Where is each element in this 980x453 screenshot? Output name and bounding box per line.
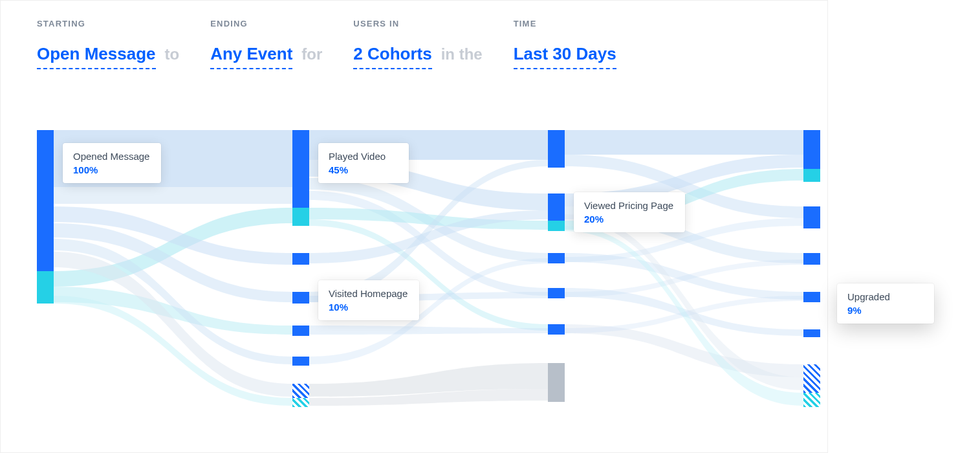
sankey-node[interactable] xyxy=(548,288,565,298)
tooltip-played-video-value: 45% xyxy=(329,164,397,175)
tooltip-played-video[interactable]: Played Video45% xyxy=(318,143,409,183)
sankey-node[interactable] xyxy=(292,357,309,366)
sankey-node[interactable] xyxy=(292,130,309,208)
sankey-node[interactable] xyxy=(292,326,309,336)
tooltip-upgraded[interactable]: Upgraded 9% xyxy=(837,283,934,324)
sankey-node[interactable] xyxy=(548,363,565,402)
sankey-node[interactable] xyxy=(548,324,565,335)
tooltip-viewed-pricing-title: Viewed Pricing Page xyxy=(584,200,673,211)
builder-time: TIME Last 30 Days xyxy=(514,19,616,69)
builder-time-label: TIME xyxy=(514,19,616,28)
builder-ending-value[interactable]: Any Event xyxy=(210,44,292,69)
sankey-node[interactable] xyxy=(803,393,820,407)
tooltip-visited-homepage[interactable]: Visited Homepage10% xyxy=(318,280,419,320)
journey-panel: STARTING Open Message to ENDING Any Even… xyxy=(0,0,828,453)
builder-ending: ENDING Any Event for xyxy=(210,19,322,69)
builder-conj-for: for xyxy=(301,45,322,63)
tooltip-visited-homepage-value: 10% xyxy=(329,302,408,313)
sankey-node[interactable] xyxy=(548,193,565,221)
sankey-flow[interactable] xyxy=(565,130,803,155)
builder-time-value[interactable]: Last 30 Days xyxy=(514,44,616,69)
sankey-node[interactable] xyxy=(803,169,820,182)
sankey-node[interactable] xyxy=(803,329,820,337)
sankey-node[interactable] xyxy=(292,253,309,265)
builder-starting-value[interactable]: Open Message xyxy=(37,44,156,69)
tooltip-played-video-title: Played Video xyxy=(329,151,397,162)
sankey-node[interactable] xyxy=(803,253,820,265)
builder-ending-label: ENDING xyxy=(210,19,322,28)
builder-users-value[interactable]: 2 Cohorts xyxy=(353,44,431,69)
sankey-node[interactable] xyxy=(548,130,565,168)
sankey-flow[interactable] xyxy=(54,187,292,204)
tooltip-upgraded-title: Upgraded xyxy=(847,291,920,302)
sankey-node[interactable] xyxy=(803,130,820,169)
sankey-node[interactable] xyxy=(292,384,309,398)
sankey-node[interactable] xyxy=(803,364,820,393)
builder-starting-label: STARTING xyxy=(37,19,179,28)
builder-conj-to: to xyxy=(165,45,180,63)
sankey-node[interactable] xyxy=(803,206,820,228)
builder-users: USERS IN 2 Cohorts in the xyxy=(353,19,482,69)
tooltip-opened-message-title: Opened Message xyxy=(73,151,149,162)
builder-starting: STARTING Open Message to xyxy=(37,19,179,69)
sankey-node[interactable] xyxy=(548,253,565,263)
sankey-node[interactable] xyxy=(292,292,309,304)
journey-builder: STARTING Open Message to ENDING Any Even… xyxy=(37,19,616,69)
tooltip-visited-homepage-title: Visited Homepage xyxy=(329,288,408,299)
tooltip-opened-message[interactable]: Opened Message100% xyxy=(63,143,161,183)
tooltip-upgraded-value: 9% xyxy=(847,305,920,316)
tooltip-viewed-pricing[interactable]: Viewed Pricing Page20% xyxy=(574,192,685,232)
builder-conj-inthe: in the xyxy=(441,45,483,63)
sankey-node[interactable] xyxy=(37,271,54,304)
tooltip-viewed-pricing-value: 20% xyxy=(584,214,673,225)
sankey-node[interactable] xyxy=(37,130,54,271)
sankey-node[interactable] xyxy=(292,208,309,226)
tooltip-opened-message-value: 100% xyxy=(73,164,149,175)
builder-users-label: USERS IN xyxy=(353,19,482,28)
sankey-node[interactable] xyxy=(548,221,565,231)
sankey-node[interactable] xyxy=(803,292,820,302)
sankey-chart: Opened Message100%Played Video45%Visited… xyxy=(37,130,826,428)
sankey-node[interactable] xyxy=(292,398,309,407)
